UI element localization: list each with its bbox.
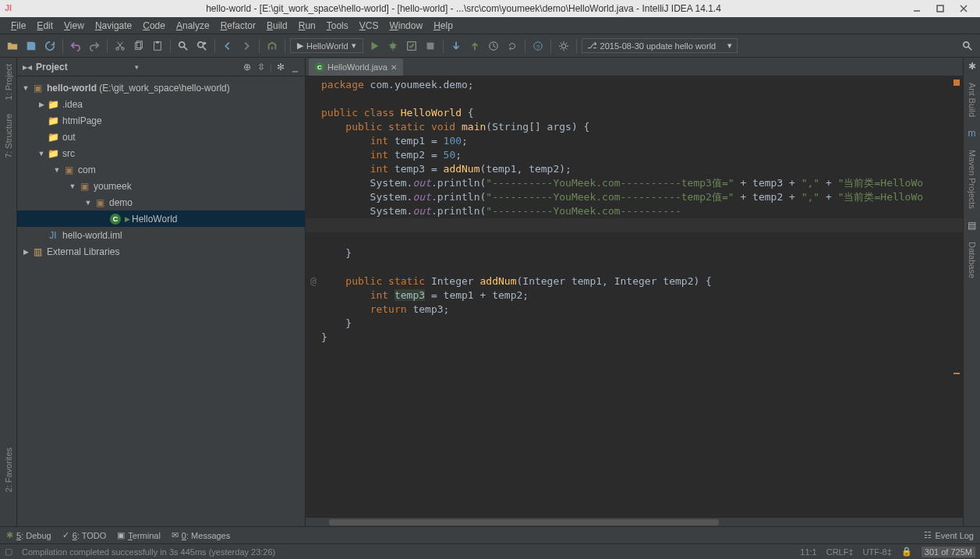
project-view-icon[interactable]: ▸◂: [22, 62, 33, 73]
vcs-revert-icon[interactable]: [504, 38, 520, 54]
code-line[interactable]: public class HelloWorld {: [306, 106, 963, 120]
make-project-icon[interactable]: [264, 38, 280, 54]
debug-icon[interactable]: [385, 38, 401, 54]
tool-stripe-maven-projects[interactable]: Maven Projects: [968, 147, 977, 212]
code-line[interactable]: System.out.println("----------YouMeek.co…: [306, 204, 963, 218]
editor-tab[interactable]: C HelloWorld.java ✕: [309, 58, 403, 76]
horizontal-scrollbar[interactable]: [306, 517, 963, 526]
code-line[interactable]: }: [306, 317, 963, 331]
menu-tools[interactable]: Tools: [322, 19, 353, 33]
event-log-tool[interactable]: ☷ Event Log: [924, 530, 974, 540]
vcs-update-icon[interactable]: [448, 38, 464, 54]
code-line[interactable]: package com.youmeek.demo;: [306, 78, 963, 92]
tree-folder-out[interactable]: 📁 out: [17, 129, 305, 145]
tool-stripe-database[interactable]: Database: [968, 239, 977, 281]
code-line[interactable]: [306, 92, 963, 106]
menu-edit[interactable]: Edit: [32, 19, 58, 33]
tool-stripe-2--favorites[interactable]: 2: Favorites: [4, 444, 13, 495]
bottom-tool-todo[interactable]: ✓6: TODO: [62, 530, 107, 540]
code-line[interactable]: }: [306, 246, 963, 260]
undo-icon[interactable]: [68, 38, 83, 54]
code-line[interactable]: [306, 260, 963, 274]
menu-navigate[interactable]: Navigate: [90, 19, 136, 33]
tree-folder-htmlpage[interactable]: 📁 htmlPage: [17, 112, 305, 129]
tree-external-libs[interactable]: ▶▥ External Libraries: [17, 243, 305, 260]
tree-root[interactable]: ▼ ▣ hello-world (E:\git_work_space\hello…: [17, 80, 305, 96]
close-tab-icon[interactable]: ✕: [391, 63, 397, 72]
line-separator[interactable]: CRLF‡: [826, 547, 854, 557]
paste-icon[interactable]: [150, 38, 165, 54]
menu-vcs[interactable]: VCS: [355, 19, 384, 33]
hide-icon[interactable]: ⎯: [289, 62, 300, 73]
lock-icon[interactable]: 🔒: [901, 547, 912, 557]
code-line[interactable]: [306, 218, 963, 232]
bottom-tool-messages[interactable]: ✉0: Messages: [172, 530, 230, 540]
code-line[interactable]: System.out.println("----------YouMeek.co…: [306, 176, 963, 190]
code-line[interactable]: int temp1 = 100;: [306, 134, 963, 148]
tree-folder-src[interactable]: ▼📁 src: [17, 145, 305, 161]
code-editor[interactable]: package com.youmeek.demo;public class He…: [306, 76, 963, 517]
scroll-to-icon[interactable]: ⊕: [242, 62, 253, 73]
warning-stripe-marker[interactable]: [953, 373, 960, 374]
tree-folder-idea[interactable]: ▶📁 .idea: [17, 96, 305, 112]
chevron-down-icon[interactable]: ▾: [135, 63, 139, 71]
copy-icon[interactable]: [131, 38, 147, 54]
help-icon[interactable]: ?: [530, 38, 546, 54]
open-icon[interactable]: [5, 38, 20, 54]
menu-run[interactable]: Run: [294, 19, 320, 33]
redo-icon[interactable]: [87, 38, 102, 54]
menu-analyze[interactable]: Analyze: [172, 19, 214, 33]
bottom-tool-debug[interactable]: ✱5: Debug: [6, 530, 51, 540]
code-line[interactable]: [306, 232, 963, 246]
code-line[interactable]: public static void main(String[] args) {: [306, 120, 963, 134]
find-icon[interactable]: [175, 38, 191, 54]
scroll-from-icon[interactable]: ⇳: [256, 62, 267, 73]
tool-stripe-1--project[interactable]: 1: Project: [4, 61, 13, 103]
menu-window[interactable]: Window: [384, 19, 427, 33]
tool-stripe-ant-build[interactable]: Ant Build: [968, 80, 977, 120]
project-tree[interactable]: ▼ ▣ hello-world (E:\git_work_space\hello…: [17, 76, 305, 526]
code-line[interactable]: int temp2 = 50;: [306, 148, 963, 162]
settings-icon[interactable]: [556, 38, 571, 54]
vcs-branch-select[interactable]: ⎇ 2015-08-30 update hello world ▾: [582, 38, 738, 53]
back-icon[interactable]: [220, 38, 235, 54]
run-configuration-selector[interactable]: ▶ HelloWorld ▾: [290, 38, 363, 53]
status-icon[interactable]: ▢: [5, 547, 12, 557]
bottom-tool-terminal[interactable]: ▣Terminal: [117, 530, 161, 540]
tool-stripe-7--structure[interactable]: 7: Structure: [4, 111, 13, 161]
menu-build[interactable]: Build: [262, 19, 292, 33]
vcs-history-icon[interactable]: [486, 38, 501, 54]
menu-help[interactable]: Help: [429, 19, 458, 33]
tree-file-iml[interactable]: JI hello-world.iml: [17, 227, 305, 243]
code-line[interactable]: int temp3 = temp1 + temp2;: [306, 288, 963, 302]
menu-file[interactable]: File: [6, 19, 30, 33]
stop-icon[interactable]: [423, 38, 438, 54]
error-stripe-marker[interactable]: [953, 80, 960, 86]
file-encoding[interactable]: UTF-8‡: [863, 547, 892, 557]
code-line[interactable]: @ public static Integer addNum(Integer t…: [306, 274, 963, 288]
minimize-button[interactable]: [905, 2, 929, 16]
close-button[interactable]: [952, 2, 975, 16]
scrollbar-thumb[interactable]: [329, 519, 719, 525]
run-icon[interactable]: [366, 38, 382, 54]
caret-position[interactable]: 11:1: [800, 547, 816, 557]
code-line[interactable]: }: [306, 331, 963, 345]
forward-icon[interactable]: [239, 38, 254, 54]
mem-indicator[interactable]: 301 of 725M: [922, 547, 975, 557]
tree-package-com[interactable]: ▼▣ com: [17, 161, 305, 178]
tree-package-youmeek[interactable]: ▼▣ youmeek: [17, 178, 305, 194]
gear-icon[interactable]: ✻: [275, 62, 286, 73]
search-everywhere-icon[interactable]: [960, 38, 975, 54]
menu-view[interactable]: View: [59, 19, 89, 33]
tree-package-demo[interactable]: ▼▣ demo: [17, 194, 305, 211]
menu-code[interactable]: Code: [138, 19, 170, 33]
coverage-icon[interactable]: [404, 38, 419, 54]
code-line[interactable]: System.out.println("----------YouMeek.co…: [306, 190, 963, 204]
replace-icon[interactable]: [194, 38, 210, 54]
code-line[interactable]: int temp3 = addNum(temp1, temp2);: [306, 162, 963, 176]
tree-class-helloworld[interactable]: C ▶ HelloWorld: [17, 211, 305, 227]
vcs-commit-icon[interactable]: [467, 38, 483, 54]
maximize-button[interactable]: [929, 2, 952, 16]
sync-icon[interactable]: [42, 38, 58, 54]
menu-refactor[interactable]: Refactor: [216, 19, 260, 33]
